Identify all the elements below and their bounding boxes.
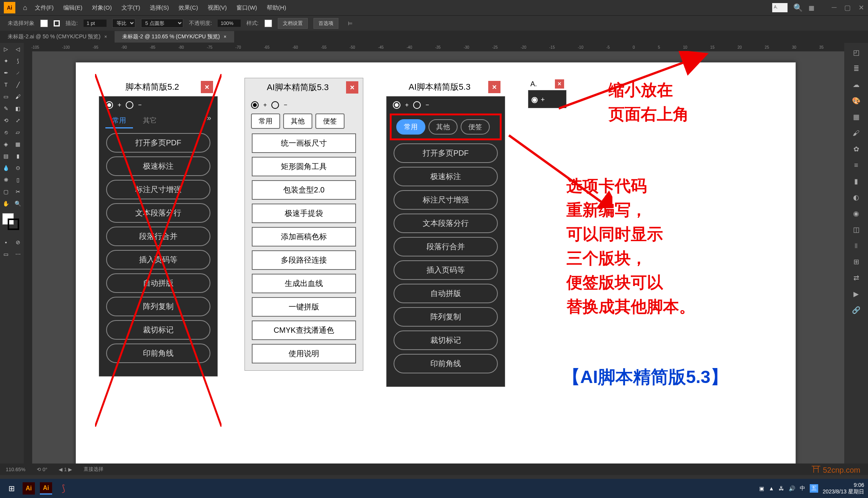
script-button[interactable]: 裁切标记 (394, 330, 498, 350)
script-button[interactable]: 裁切标记 (106, 320, 210, 340)
artboard-tool[interactable]: ▢ (0, 186, 12, 197)
tray-volume-icon[interactable]: 🔊 (789, 485, 795, 491)
tab-common[interactable]: 常用 (105, 113, 133, 128)
graph-tool[interactable]: ▯ (12, 174, 24, 186)
script-button[interactable]: 一键拼版 (252, 297, 356, 317)
start-button[interactable]: ⊞ (4, 481, 19, 496)
mesh-tool[interactable]: ▤ (0, 150, 12, 162)
menu-effect[interactable]: 效果(C) (179, 4, 198, 12)
tab-doc-2[interactable]: 未标题-2 @ 110.65 % (CMYK/CPU 预览)× (115, 31, 234, 43)
tab-doc-1[interactable]: 未标题-2.ai @ 50 % (CMYK/CPU 预览)× (0, 31, 115, 43)
script-button[interactable]: 矩形圆角工具 (252, 157, 356, 176)
uniform-select[interactable]: 等比 (112, 19, 135, 28)
stroke-weight-input[interactable] (84, 20, 107, 27)
type-tool[interactable]: T (0, 79, 12, 90)
script-button[interactable]: 多段路径连接 (252, 250, 356, 270)
script-button[interactable]: 文本段落分行 (394, 214, 498, 233)
brush-select[interactable]: 5 点圆形 (141, 19, 183, 28)
tab-notes[interactable]: 便签 (461, 119, 490, 135)
script-button[interactable]: 极速标注 (106, 156, 210, 176)
symbol-sprayer-tool[interactable]: ❋ (0, 174, 12, 186)
pen-tool[interactable]: ✒ (0, 67, 12, 79)
doc-setup-button[interactable]: 文档设置 (278, 18, 308, 29)
canvas[interactable]: -105-100-95-90-85-80-75-70-65-60-55-50-4… (24, 43, 844, 463)
symbols-panel-icon[interactable]: ✿ (850, 143, 862, 155)
script-button[interactable]: CMYK查找潘通色 (252, 320, 356, 340)
script-button[interactable]: 统一画板尺寸 (252, 133, 356, 153)
edit-toolbar[interactable]: ⋯ (12, 248, 24, 260)
close-icon[interactable]: × (224, 34, 226, 39)
actions-panel-icon[interactable]: ▶ (850, 288, 862, 300)
rotate-view-icon[interactable]: ⟲ 0° (37, 467, 47, 472)
tray-icon[interactable]: ▲ (769, 485, 774, 491)
none-mode[interactable]: ⊘ (12, 236, 24, 248)
appearance-panel-icon[interactable]: ◉ (850, 208, 862, 219)
close-icon[interactable]: × (488, 81, 500, 93)
arrange-icon[interactable]: ▦ (809, 4, 814, 12)
zoom-tool[interactable]: 🔍 (12, 197, 24, 209)
script-button[interactable]: 自动拼版 (394, 284, 498, 303)
hand-tool[interactable]: ✋ (0, 197, 12, 209)
slice-tool[interactable]: ✂ (12, 186, 24, 197)
radio-minus[interactable] (126, 101, 133, 109)
close-icon[interactable]: × (201, 81, 213, 93)
minimized-panel-top[interactable]: A. (772, 3, 788, 12)
radio-plus[interactable] (393, 101, 400, 109)
tab-other[interactable]: 其他 (283, 113, 312, 129)
tray-ime-icon[interactable]: 中 (800, 485, 805, 492)
gradient-panel-icon[interactable]: ▮ (850, 176, 862, 187)
fill-stroke-toggle[interactable] (2, 213, 21, 232)
taskbar-ai-1[interactable]: Ai (21, 481, 36, 496)
transparency-panel-icon[interactable]: ◐ (850, 192, 862, 203)
gradient-tool[interactable]: ▮ (12, 150, 24, 162)
script-button[interactable]: 阵列复制 (394, 307, 498, 327)
tab-other[interactable]: 其他 (428, 119, 458, 135)
close-icon[interactable]: × (104, 34, 107, 39)
links-panel-icon[interactable]: 🔗 (850, 304, 862, 316)
color-mode[interactable]: ▪ (0, 236, 12, 248)
tray-ime-icon-2[interactable]: 五 (810, 484, 818, 493)
fill-swatch[interactable] (40, 20, 48, 27)
tray-icon[interactable]: ▣ (759, 485, 764, 491)
swatches-panel-icon[interactable]: ▦ (850, 111, 862, 123)
taskbar-ai-2[interactable]: Ai (38, 481, 54, 496)
menu-window[interactable]: 窗口(W) (236, 4, 257, 12)
eyedropper-tool[interactable]: 💧 (0, 162, 12, 174)
tab-other[interactable]: 其它 (136, 113, 164, 128)
artboard-nav[interactable]: ◀ 1 ▶ (59, 467, 72, 472)
menu-object[interactable]: 对象(O) (92, 4, 112, 12)
script-button[interactable]: 极速手提袋 (252, 204, 356, 223)
radio-minus[interactable] (413, 101, 421, 109)
script-button[interactable]: 打开多页PDF (106, 133, 210, 153)
minimize-icon[interactable]: ─ (832, 3, 837, 12)
direct-selection-tool[interactable]: ◁ (12, 43, 24, 55)
properties-panel-icon[interactable]: ◰ (850, 47, 862, 58)
shape-builder-tool[interactable]: ◈ (0, 138, 12, 150)
rotate-tool[interactable]: ⟲ (0, 114, 12, 126)
close-icon[interactable]: × (346, 81, 358, 94)
search-icon[interactable]: 🔍 (793, 3, 803, 12)
transform-panel-icon[interactable]: ⇄ (850, 272, 862, 284)
magic-wand-tool[interactable]: ✦ (0, 55, 12, 67)
radio-minus[interactable] (271, 101, 279, 109)
prefs-button[interactable]: 首选项 (313, 18, 338, 29)
blend-tool[interactable]: ⊙ (12, 162, 24, 174)
taskbar-app[interactable]: ⟆ (56, 481, 71, 496)
menu-file[interactable]: 文件(F) (35, 4, 54, 12)
line-tool[interactable]: ╱ (12, 79, 24, 90)
script-button[interactable]: 包装盒型2.0 (252, 180, 356, 200)
lasso-tool[interactable]: ⟆ (12, 55, 24, 67)
tray-network-icon[interactable]: 🖧 (779, 485, 784, 491)
tab-common[interactable]: 常用 (396, 119, 425, 135)
libraries-panel-icon[interactable]: ☁ (850, 79, 862, 90)
zoom-level[interactable]: 110.65% (6, 467, 25, 472)
curvature-tool[interactable]: ⟋ (12, 67, 24, 79)
menu-help[interactable]: 帮助(H) (267, 4, 286, 12)
script-button[interactable]: 打开多页PDF (394, 143, 498, 163)
eraser-tool[interactable]: ◧ (12, 102, 24, 114)
taskbar-clock[interactable]: 9:06 2023/8/13 星期日 (823, 482, 864, 495)
screen-mode[interactable]: ▭ (0, 248, 12, 260)
perspective-tool[interactable]: ▦ (12, 138, 24, 150)
radio-plus[interactable] (532, 97, 538, 103)
chevron-icon[interactable]: » (207, 113, 211, 128)
